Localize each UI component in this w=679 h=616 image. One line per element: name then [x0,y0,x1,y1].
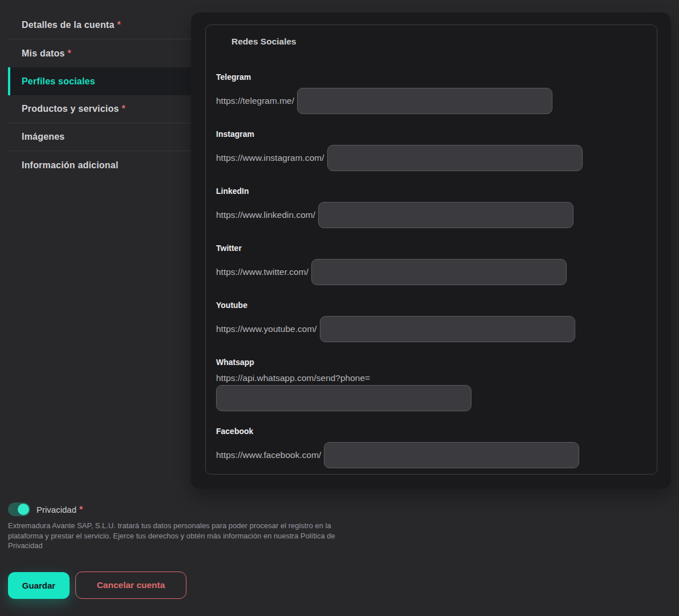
url-prefix: https://www.youtube.com/ [216,324,317,334]
required-asterisk: * [79,505,83,514]
cancel-account-button[interactable]: Cancelar cuenta [75,572,186,599]
field-row: https://www.linkedin.com/ [216,202,657,228]
url-prefix: https://www.facebook.com/ [216,450,321,460]
youtube-field: Youtube https://www.youtube.com/ [216,301,657,342]
sidebar-item-mis-datos[interactable]: Mis datos * [8,39,191,67]
field-label: Whatsapp [216,358,657,367]
field-row: https://api.whatsapp.com/send?phone= [216,373,657,411]
sidebar-item-label: Perfiles sociales [22,76,95,87]
social-profiles-card: Redes Sociales Telegram https://telegram… [191,13,671,489]
twitter-input[interactable] [311,259,567,285]
field-row: https://www.facebook.com/ [216,442,657,468]
sidebar: Detalles de la cuenta * Mis datos * Perf… [8,11,191,179]
privacy-row: Privacidad* [8,502,367,516]
url-prefix: https://telegram.me/ [216,96,294,106]
required-asterisk: * [117,21,121,30]
field-label: Twitter [216,244,657,253]
sidebar-item-productos-y-servicios[interactable]: Productos y servicios * [8,95,191,123]
sidebar-item-label: Mis datos [22,48,65,59]
whatsapp-input[interactable] [216,385,471,411]
field-label: Facebook [216,427,657,436]
required-asterisk: * [122,104,125,114]
twitter-field: Twitter https://www.twitter.com/ [216,244,657,285]
instagram-input[interactable] [327,145,583,171]
url-prefix: https://api.whatsapp.com/send?phone= [216,373,370,383]
facebook-input[interactable] [324,442,579,468]
field-row: https://www.instagram.com/ [216,145,657,171]
sidebar-item-detalles-de-la-cuenta[interactable]: Detalles de la cuenta * [8,11,191,39]
linkedin-input[interactable] [318,202,574,228]
linkedin-field: LinkedIn https://www.linkedin.com/ [216,187,657,228]
sidebar-item-imagenes[interactable]: Imágenes [8,123,191,151]
field-label: LinkedIn [216,187,657,196]
field-row: https://telegram.me/ [216,88,657,114]
field-label: Instagram [216,129,657,139]
toggle-knob [18,504,29,515]
privacy-label: Privacidad* [36,505,83,514]
fields-container: Telegram https://telegram.me/ Instagram … [216,72,657,468]
panel-title: Redes Sociales [231,37,657,47]
url-prefix: https://www.linkedin.com/ [216,210,315,220]
telegram-input[interactable] [297,88,552,114]
privacy-toggle[interactable] [8,502,30,516]
field-row: https://www.youtube.com/ [216,316,657,342]
privacy-disclaimer-text: Extremadura Avante SAP, S.L.U. tratará t… [8,521,350,551]
sidebar-item-label: Detalles de la cuenta [22,20,115,30]
url-prefix: https://www.twitter.com/ [216,267,308,277]
url-prefix: https://www.instagram.com/ [216,153,324,163]
youtube-input[interactable] [320,316,575,342]
actions-bar: Guardar Cancelar cuenta [8,572,186,599]
save-button[interactable]: Guardar [8,572,70,599]
social-profiles-panel: Redes Sociales Telegram https://telegram… [205,25,657,475]
sidebar-item-label: Imágenes [22,132,64,142]
sidebar-item-label: Productos y servicios [22,104,119,114]
instagram-field: Instagram https://www.instagram.com/ [216,129,657,171]
field-row: https://www.twitter.com/ [216,259,657,285]
telegram-field: Telegram https://telegram.me/ [216,72,657,114]
whatsapp-field: Whatsapp https://api.whatsapp.com/send?p… [216,358,657,411]
sidebar-item-informacion-adicional[interactable]: Información adicional [8,151,191,179]
field-label: Telegram [216,72,657,82]
sidebar-item-perfiles-sociales[interactable]: Perfiles sociales [8,67,191,95]
privacy-section: Privacidad* Extremadura Avante SAP, S.L.… [8,502,367,551]
required-asterisk: * [68,49,71,58]
facebook-field: Facebook https://www.facebook.com/ [216,427,657,468]
sidebar-item-label: Información adicional [22,160,119,171]
field-label: Youtube [216,301,657,310]
